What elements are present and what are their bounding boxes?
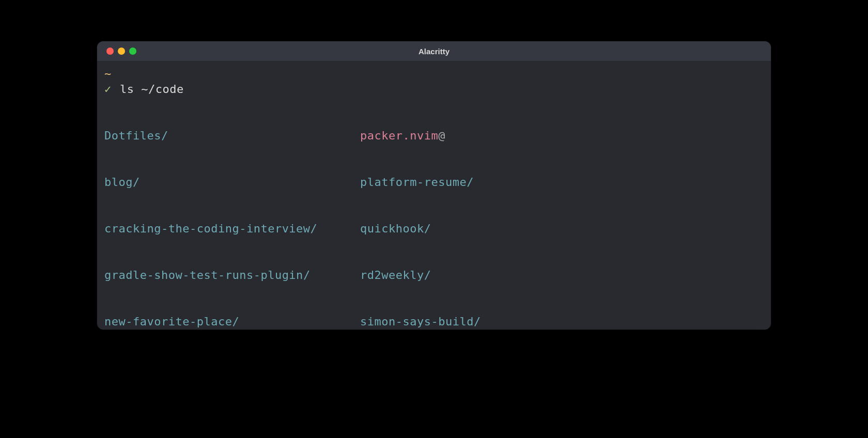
list-item: new-favorite-place/: [104, 314, 360, 330]
dir-entry: new-favorite-place/: [104, 314, 239, 330]
ls-column-2: packer.nvim@ platform-resume/ quickhook/…: [360, 97, 481, 330]
symlink-suffix: @: [438, 128, 445, 144]
dir-entry: rd2weekly/: [360, 268, 431, 283]
terminal-window: Alacritty ~ ✓ls ~/code Dotfiles/ blog/ c…: [97, 41, 771, 330]
dir-entry: Dotfiles/: [104, 128, 168, 144]
close-button[interactable]: [106, 48, 114, 55]
list-item: packer.nvim@: [360, 128, 481, 144]
titlebar: Alacritty: [97, 41, 771, 61]
list-item: rd2weekly/: [360, 268, 481, 283]
dir-entry: gradle-show-test-runs-plugin/: [104, 268, 311, 283]
list-item: platform-resume/: [360, 175, 481, 190]
command-text: ls ~/code: [120, 82, 184, 97]
list-item: quickhook/: [360, 221, 481, 237]
maximize-button[interactable]: [129, 48, 136, 55]
list-item: Dotfiles/: [104, 128, 360, 144]
list-item: gradle-show-test-runs-plugin/: [104, 268, 360, 283]
dir-entry: cracking-the-coding-interview/: [104, 221, 317, 237]
terminal-body[interactable]: ~ ✓ls ~/code Dotfiles/ blog/ cracking-th…: [97, 61, 771, 330]
symlink-entry: packer.nvim: [360, 128, 438, 144]
prompt-cwd: ~: [104, 66, 112, 82]
window-title: Alacritty: [419, 47, 450, 56]
list-item: simon-says-build/: [360, 314, 481, 330]
dir-entry: platform-resume/: [360, 175, 474, 190]
list-item: blog/: [104, 175, 360, 190]
prompt-line-cwd: ~: [104, 66, 764, 82]
dir-entry: blog/: [104, 175, 140, 190]
traffic-lights: [97, 48, 136, 55]
dir-entry: quickhook/: [360, 221, 431, 237]
dir-entry: simon-says-build/: [360, 314, 481, 330]
list-item: cracking-the-coding-interview/: [104, 221, 360, 237]
minimize-button[interactable]: [118, 48, 125, 55]
ls-column-1: Dotfiles/ blog/ cracking-the-coding-inte…: [104, 97, 360, 330]
prompt-line-command: ✓ls ~/code: [104, 82, 764, 97]
check-icon: ✓: [104, 82, 120, 97]
ls-output: Dotfiles/ blog/ cracking-the-coding-inte…: [104, 97, 764, 330]
